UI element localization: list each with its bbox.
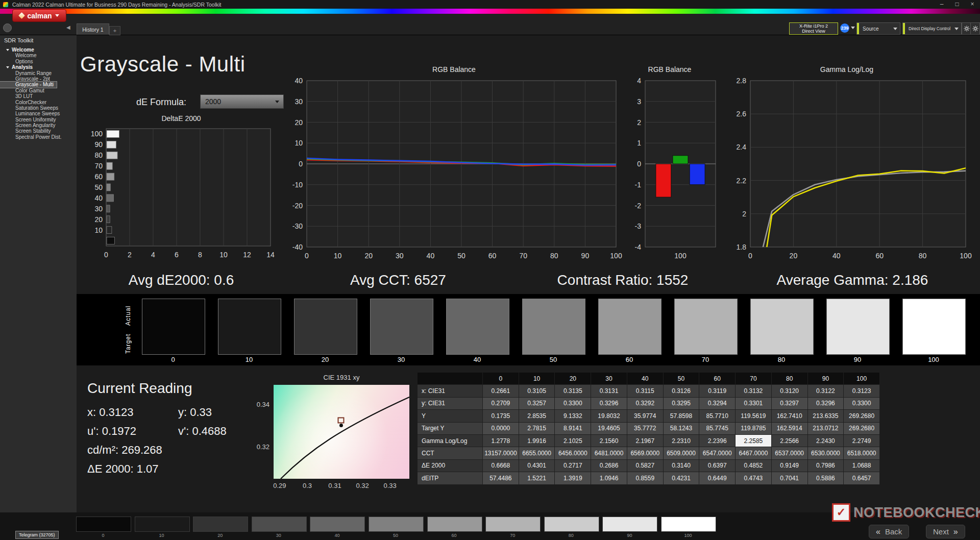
swatch-100 [902,299,966,355]
sidebar-item-screen-angularity[interactable]: Screen Angularity [0,122,77,128]
table-cell: 1.2778 [483,435,519,447]
measurement-table: 0102030405060708090100x: CIE310.26610.31… [418,373,880,485]
pattern-swatch-20[interactable] [193,517,248,532]
pattern-swatch-label-70: 70 [485,533,540,538]
tree-collapse-icon[interactable] [6,66,9,68]
table-cell: 0.1735 [483,410,519,422]
pattern-swatch-30[interactable] [252,517,307,532]
svg-text:-2: -2 [635,202,642,210]
svg-text:20: 20 [94,215,103,224]
sidebar-item-saturation-sweeps[interactable]: Saturation Sweeps [0,105,77,111]
add-tab-button[interactable]: + [109,26,120,35]
pattern-swatch-40[interactable] [310,517,365,532]
table-cell: 2.1967 [627,435,664,447]
svg-text:6: 6 [175,251,179,259]
swatch-label-30: 30 [370,356,432,363]
taskbar-telegram-item[interactable]: Telegram (32705) [15,531,59,539]
svg-text:90: 90 [581,252,590,260]
svg-text:60: 60 [488,252,497,260]
source-button[interactable]: Source [856,22,900,35]
sidebar-toggle-button[interactable] [3,23,12,32]
sidebar-item-spectral-power-dist-[interactable]: Spectral Power Dist. [0,134,77,140]
sidebar-item-welcome[interactable]: Welcome [0,47,77,53]
pattern-swatch-50[interactable] [369,517,424,532]
table-cell: 0.3140 [664,460,700,472]
meter-count-badge[interactable]: 239 [840,23,849,33]
sidebar: SDR Toolkit WelcomeWelcomeOptionsAnalysi… [0,35,77,512]
table-cell: 57.8598 [664,410,700,422]
table-cell: 0.7986 [808,460,844,472]
swatch-50 [522,299,585,355]
close-button[interactable]: × [965,0,980,9]
reading-value: v': 0.4688 [178,425,227,438]
pattern-swatch-70[interactable] [485,517,541,532]
svg-text:0: 0 [305,252,309,260]
de-formula-select[interactable]: 2000 [200,94,284,109]
svg-text:-30: -30 [292,222,303,230]
display-control-button[interactable]: Direct Display Control [902,22,962,35]
sidebar-item-analysis[interactable]: Analysis [0,64,77,70]
reading-value: u': 0.1972 [87,425,178,438]
tab-history-1[interactable]: History 1 [77,23,109,35]
sidebar-item-3d-lut[interactable]: 3D LUT [0,93,77,99]
svg-text:2.2: 2.2 [737,177,747,185]
sidebar-item-luminance-sweeps[interactable]: Luminance Sweeps [0,111,77,116]
pattern-swatch-80[interactable] [544,517,599,532]
svg-text:8: 8 [198,251,202,259]
sidebar-item-options[interactable]: Options [0,59,77,64]
sidebar-collapse-icon[interactable]: ◀ [66,24,70,30]
table-cell: 0.3126 [664,385,700,397]
svg-text:70: 70 [519,252,527,260]
tree-collapse-icon[interactable] [6,49,9,51]
pattern-swatch-label-30: 30 [252,533,306,538]
table-cell: 6456.0000 [555,447,591,459]
table-cell: 6537.0000 [772,447,808,459]
sidebar-item-colorchecker[interactable]: ColorChecker [0,100,77,105]
meter-device-line2: Direct View [790,29,838,34]
table-cell: 19.8032 [591,410,627,422]
svg-text:80: 80 [94,151,103,159]
table-cell: 1.9916 [519,435,555,447]
chevron-down-icon[interactable] [851,27,855,29]
back-button[interactable]: « Back [869,525,909,538]
sidebar-item-dynamic-range[interactable]: Dynamic Range [0,70,77,76]
pattern-swatch-100[interactable] [661,517,716,532]
sidebar-item-color-gamut[interactable]: Color Gamut [0,88,77,93]
sidebar-item-welcome[interactable]: Welcome [0,53,77,58]
table-row-label: x: CIE31 [418,385,483,397]
table-cell: 0.3123 [844,385,880,397]
table-cell: 6467.0000 [736,447,772,459]
svg-text:30: 30 [396,252,404,260]
notebookcheck-logo-text: NOTEBOOKCHECK [853,505,980,521]
table-cell: 0.6457 [844,472,880,484]
preferences-gear-button[interactable] [970,22,980,35]
next-button[interactable]: Next » [926,525,965,538]
table-cell: 2.7815 [519,423,555,435]
sidebar-item-grayscale-multi[interactable]: Grayscale - Multi [0,82,57,87]
minimize-button[interactable]: – [934,0,949,9]
pattern-swatch-90[interactable] [602,517,657,532]
app-icon [3,2,8,7]
pattern-swatch-10[interactable] [135,517,190,532]
table-cell: 0.4743 [736,472,772,484]
table-cell: 0.3105 [519,385,555,397]
maximize-button[interactable]: □ [949,0,965,9]
svg-text:40: 40 [427,252,435,260]
sidebar-item-screen-uniformity[interactable]: Screen Uniformity [0,117,77,122]
svg-text:2: 2 [128,251,132,259]
svg-text:20: 20 [364,252,373,260]
back-chevron-icon: « [876,527,880,536]
chevron-down-icon [275,101,279,103]
pattern-swatch-0[interactable] [76,517,131,532]
calman-logo-button[interactable]: calman [12,9,66,22]
pattern-swatch-60[interactable] [427,517,482,532]
meter-device-button[interactable]: X-Rite i1Pro 2 Direct View [789,22,838,35]
swatch-20 [294,299,357,355]
sidebar-item-grayscale-2pt[interactable]: Grayscale - 2pt [0,76,77,82]
swatch-label-100: 100 [902,356,965,363]
sidebar-item-label: Screen Stability [15,128,51,134]
svg-text:40: 40 [832,252,841,260]
sidebar-item-screen-stability[interactable]: Screen Stability [0,128,77,134]
table-cell: 6655.0000 [519,447,555,459]
svg-text:100: 100 [674,252,687,260]
